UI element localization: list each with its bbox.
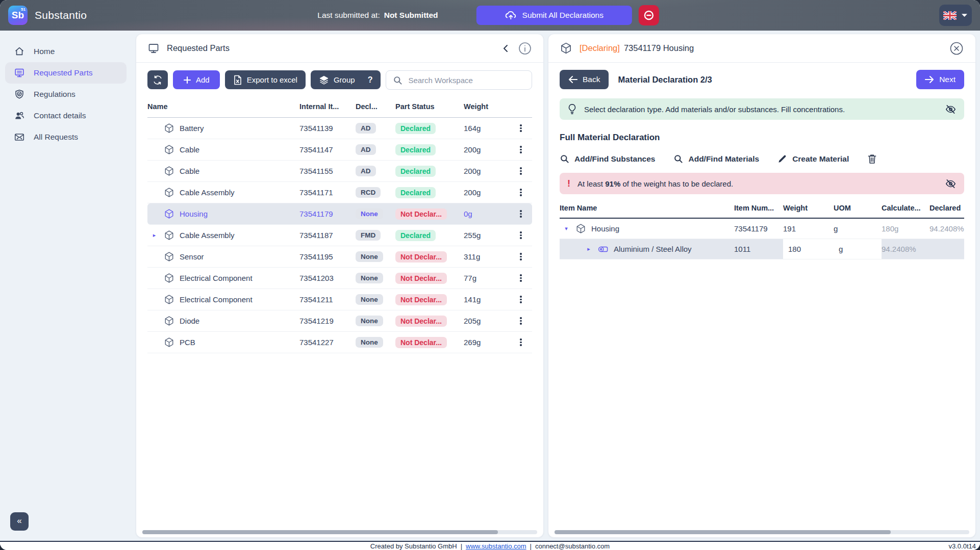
- sidebar-item-label: Contact details: [34, 111, 86, 120]
- brand-name: Substantio: [35, 9, 87, 21]
- add-find-materials-button[interactable]: Add/Find Materials: [673, 154, 759, 164]
- row-menu-button[interactable]: [517, 207, 525, 221]
- stop-button[interactable]: [639, 5, 659, 25]
- part-status-badge: Not Declar...: [395, 337, 447, 348]
- row-menu-button[interactable]: [517, 271, 525, 285]
- monitor-icon: [14, 67, 25, 78]
- cloud-upload-icon: [505, 10, 517, 21]
- table-row[interactable]: Cable 73541155 AD Declared 200g: [147, 161, 532, 182]
- column-header-weight: Weight: [464, 102, 510, 111]
- add-find-substances-button[interactable]: Add/Find Substances: [560, 154, 655, 164]
- app-logo: Sb 51: [8, 6, 28, 25]
- row-menu-button[interactable]: [517, 186, 525, 200]
- search-icon: [560, 154, 569, 164]
- create-material-button[interactable]: Create Material: [777, 154, 849, 164]
- users-icon: [14, 110, 25, 121]
- declaration-part-title: 73541179 Housing: [624, 43, 694, 53]
- column-header-weight: Weight: [783, 204, 834, 212]
- parts-toolbar: Add Export to excel Group ?: [136, 63, 543, 96]
- add-button[interactable]: Add: [173, 70, 220, 89]
- internal-item-number: 73541227: [299, 338, 356, 347]
- help-button[interactable]: ?: [368, 75, 373, 85]
- close-panel-button[interactable]: [949, 41, 964, 56]
- internal-item-number: 73541203: [299, 274, 356, 282]
- info-button[interactable]: [518, 41, 532, 56]
- row-menu-button[interactable]: [517, 335, 525, 350]
- cube-icon: [164, 208, 174, 219]
- sidebar-item-regulations[interactable]: Regulations: [5, 84, 127, 105]
- table-row[interactable]: Cable 73541147 AD Declared 200g: [147, 139, 532, 161]
- table-row[interactable]: ▾ Housing 73541179 191 g 180g 94.2408%: [560, 219, 964, 239]
- cube-icon: [164, 273, 174, 283]
- uom-cell[interactable]: g: [834, 239, 882, 259]
- table-row[interactable]: ▸ Aluminium / Steel Alloy 1011 180 g 94.…: [560, 239, 964, 259]
- footer-website-link[interactable]: www.substantio.com: [466, 542, 526, 550]
- table-row[interactable]: Electrical Component 73541211 None Not D…: [147, 289, 532, 310]
- refresh-button[interactable]: [147, 70, 168, 89]
- delete-button[interactable]: [867, 153, 877, 164]
- export-to-excel-button[interactable]: Export to excel: [225, 70, 306, 89]
- row-menu-button[interactable]: [517, 143, 525, 157]
- sidebar-item-contact-details[interactable]: Contact details: [5, 105, 127, 126]
- internal-item-number: 73541147: [299, 145, 356, 154]
- part-name: Electrical Component: [180, 295, 253, 304]
- last-submitted-value: Not Submitted: [384, 11, 438, 19]
- trash-icon: [867, 153, 877, 164]
- parts-table: Name Internal It... Decl... Part Status …: [136, 96, 543, 353]
- row-menu-button[interactable]: [517, 293, 525, 307]
- pencil-icon: [777, 154, 787, 164]
- sidebar-item-home[interactable]: Home: [5, 41, 127, 62]
- expand-caret[interactable]: ▾: [562, 225, 570, 232]
- expand-caret[interactable]: ▸: [150, 232, 159, 239]
- row-menu-button[interactable]: [517, 121, 525, 136]
- layers-icon: [319, 75, 329, 85]
- home-icon: [14, 46, 25, 57]
- sidebar-item-label: All Requests: [34, 133, 78, 142]
- row-menu-button[interactable]: [517, 164, 525, 178]
- sidebar-item-requested-parts[interactable]: Requested Parts: [5, 62, 127, 84]
- declaration-type-badge: None: [356, 337, 383, 348]
- table-row[interactable]: Electrical Component 73541203 None Not D…: [147, 268, 532, 289]
- workspace-search[interactable]: [386, 70, 532, 90]
- part-weight: 205g: [464, 317, 510, 325]
- internal-item-number: 73541195: [299, 252, 356, 261]
- scrollbar-thumb[interactable]: [142, 530, 498, 534]
- expand-caret[interactable]: ▸: [585, 246, 593, 252]
- language-selector[interactable]: [939, 5, 972, 26]
- table-row[interactable]: ▸ Cable Assembly 73541187 FMD Declared 2…: [147, 225, 532, 246]
- next-button[interactable]: Next: [916, 70, 964, 89]
- group-button[interactable]: Group ?: [311, 70, 381, 89]
- uom-cell[interactable]: g: [834, 224, 882, 233]
- row-menu-button[interactable]: [517, 228, 525, 243]
- back-button[interactable]: Back: [560, 70, 609, 89]
- sidebar-collapse-button[interactable]: «: [10, 512, 29, 531]
- exclamation-icon: !: [567, 178, 570, 189]
- table-row[interactable]: Cable Assembly 73541171 RCD Declared 200…: [147, 182, 532, 203]
- column-header-name: Name: [147, 102, 299, 111]
- row-menu-button[interactable]: [517, 314, 525, 328]
- row-menu-button[interactable]: [517, 250, 525, 264]
- part-status-badge: Not Declar...: [395, 251, 447, 263]
- scrollbar-thumb[interactable]: [555, 530, 891, 534]
- collapse-panel-button[interactable]: [502, 44, 509, 53]
- item-number: 1011: [734, 245, 783, 253]
- table-row[interactable]: PCB 73541227 None Not Declar... 269g: [147, 332, 532, 353]
- table-row[interactable]: Battery 73541139 AD Declared 164g: [147, 118, 532, 139]
- weight-cell[interactable]: 191: [783, 224, 834, 233]
- cube-icon: [164, 166, 174, 176]
- footer-email: connect@substantio.com: [535, 542, 610, 550]
- table-row[interactable]: Housing 73541179 None Not Declar... 0g: [147, 203, 532, 225]
- eye-off-icon: [945, 178, 957, 190]
- sidebar-item-all-requests[interactable]: All Requests: [5, 126, 127, 148]
- table-row[interactable]: Diode 73541219 None Not Declar... 205g: [147, 310, 532, 332]
- search-input[interactable]: [408, 76, 525, 85]
- submit-all-declarations-button[interactable]: Submit All Declarations: [476, 6, 632, 25]
- part-name: Electrical Component: [180, 274, 253, 282]
- table-row[interactable]: Sensor 73541195 None Not Declar... 311g: [147, 246, 532, 268]
- hide-warning-button[interactable]: [945, 178, 957, 190]
- panel-title: Requested Parts: [167, 43, 230, 53]
- hide-hint-button[interactable]: [945, 103, 957, 115]
- parts-panel-header: Requested Parts: [136, 34, 543, 63]
- declaration-type-badge: None: [356, 316, 383, 326]
- weight-cell[interactable]: 180: [783, 239, 834, 259]
